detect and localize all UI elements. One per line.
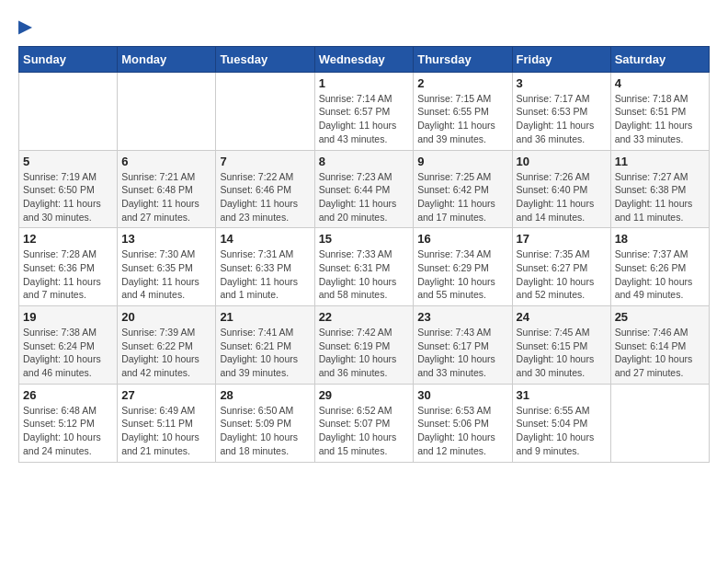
day-number: 26 <box>23 388 113 402</box>
weekday-header-saturday: Saturday <box>610 46 709 72</box>
day-number: 15 <box>319 232 410 246</box>
day-info: Sunrise: 6:53 AM Sunset: 5:06 PM Dayligh… <box>417 404 507 458</box>
day-info: Sunrise: 7:27 AM Sunset: 6:38 PM Dayligh… <box>615 170 705 224</box>
calendar-day-cell: 31Sunrise: 6:55 AM Sunset: 5:04 PM Dayli… <box>512 384 610 462</box>
weekday-header-wednesday: Wednesday <box>314 46 414 72</box>
day-info: Sunrise: 7:18 AM Sunset: 6:51 PM Dayligh… <box>615 92 705 146</box>
calendar-day-cell: 22Sunrise: 7:42 AM Sunset: 6:19 PM Dayli… <box>314 306 414 385</box>
day-info: Sunrise: 7:22 AM Sunset: 6:46 PM Dayligh… <box>220 170 310 224</box>
calendar-week-row: 12Sunrise: 7:28 AM Sunset: 6:36 PM Dayli… <box>19 228 710 306</box>
calendar-day-cell: 16Sunrise: 7:34 AM Sunset: 6:29 PM Dayli… <box>414 228 512 306</box>
weekday-header-friday: Friday <box>512 46 610 72</box>
calendar-day-cell: 17Sunrise: 7:35 AM Sunset: 6:27 PM Dayli… <box>512 228 610 306</box>
calendar-day-cell: 12Sunrise: 7:28 AM Sunset: 6:36 PM Dayli… <box>19 228 118 306</box>
calendar-day-cell: 15Sunrise: 7:33 AM Sunset: 6:31 PM Dayli… <box>314 228 414 306</box>
day-info: Sunrise: 6:48 AM Sunset: 5:12 PM Dayligh… <box>23 404 113 458</box>
day-number: 19 <box>23 310 113 324</box>
day-number: 31 <box>517 388 607 402</box>
day-number: 30 <box>417 388 507 402</box>
calendar-day-cell <box>19 72 118 150</box>
day-number: 5 <box>23 155 113 168</box>
day-number: 10 <box>517 155 607 168</box>
calendar-day-cell: 10Sunrise: 7:26 AM Sunset: 6:40 PM Dayli… <box>512 150 610 228</box>
day-number: 22 <box>319 310 410 324</box>
calendar-day-cell: 2Sunrise: 7:15 AM Sunset: 6:55 PM Daylig… <box>414 72 512 150</box>
day-info: Sunrise: 6:52 AM Sunset: 5:07 PM Dayligh… <box>319 404 410 458</box>
day-info: Sunrise: 7:15 AM Sunset: 6:55 PM Dayligh… <box>417 92 507 146</box>
calendar-day-cell: 7Sunrise: 7:22 AM Sunset: 6:46 PM Daylig… <box>216 150 314 228</box>
weekday-header-tuesday: Tuesday <box>216 46 314 72</box>
day-number: 23 <box>417 310 507 324</box>
day-info: Sunrise: 7:42 AM Sunset: 6:19 PM Dayligh… <box>319 326 410 380</box>
day-info: Sunrise: 7:21 AM Sunset: 6:48 PM Dayligh… <box>121 170 211 224</box>
day-info: Sunrise: 7:14 AM Sunset: 6:57 PM Dayligh… <box>319 92 410 146</box>
calendar-day-cell: 8Sunrise: 7:23 AM Sunset: 6:44 PM Daylig… <box>314 150 414 228</box>
day-info: Sunrise: 7:45 AM Sunset: 6:15 PM Dayligh… <box>517 326 607 380</box>
day-number: 2 <box>417 76 507 90</box>
calendar-day-cell: 30Sunrise: 6:53 AM Sunset: 5:06 PM Dayli… <box>414 384 512 462</box>
calendar-week-row: 5Sunrise: 7:19 AM Sunset: 6:50 PM Daylig… <box>19 150 710 228</box>
day-info: Sunrise: 6:50 AM Sunset: 5:09 PM Dayligh… <box>220 404 310 458</box>
calendar-day-cell: 13Sunrise: 7:30 AM Sunset: 6:35 PM Dayli… <box>118 228 216 306</box>
day-number: 14 <box>220 232 310 246</box>
calendar-day-cell: 29Sunrise: 6:52 AM Sunset: 5:07 PM Dayli… <box>314 384 414 462</box>
calendar-table: SundayMondayTuesdayWednesdayThursdayFrid… <box>18 46 710 463</box>
day-number: 24 <box>517 310 607 324</box>
calendar-day-cell: 9Sunrise: 7:25 AM Sunset: 6:42 PM Daylig… <box>414 150 512 228</box>
calendar-day-cell: 23Sunrise: 7:43 AM Sunset: 6:17 PM Dayli… <box>414 306 512 385</box>
calendar-day-cell: 6Sunrise: 7:21 AM Sunset: 6:48 PM Daylig… <box>118 150 216 228</box>
calendar-day-cell: 28Sunrise: 6:50 AM Sunset: 5:09 PM Dayli… <box>216 384 314 462</box>
day-number: 29 <box>319 388 410 402</box>
day-number: 4 <box>615 76 705 90</box>
day-number: 8 <box>319 155 410 168</box>
calendar-day-cell: 24Sunrise: 7:45 AM Sunset: 6:15 PM Dayli… <box>512 306 610 385</box>
day-info: Sunrise: 6:55 AM Sunset: 5:04 PM Dayligh… <box>517 404 607 458</box>
logo: ▶ <box>18 18 31 37</box>
day-info: Sunrise: 7:28 AM Sunset: 6:36 PM Dayligh… <box>23 247 113 302</box>
calendar-day-cell: 4Sunrise: 7:18 AM Sunset: 6:51 PM Daylig… <box>610 72 709 150</box>
calendar-day-cell <box>118 72 216 150</box>
calendar-day-cell: 18Sunrise: 7:37 AM Sunset: 6:26 PM Dayli… <box>610 228 709 306</box>
day-info: Sunrise: 7:31 AM Sunset: 6:33 PM Dayligh… <box>220 247 310 302</box>
day-info: Sunrise: 7:23 AM Sunset: 6:44 PM Dayligh… <box>319 170 410 224</box>
weekday-header-monday: Monday <box>118 46 216 72</box>
day-number: 9 <box>417 155 507 168</box>
logo-blue-part: ▶ <box>18 17 31 36</box>
day-number: 7 <box>220 155 310 168</box>
day-info: Sunrise: 7:35 AM Sunset: 6:27 PM Dayligh… <box>517 247 607 302</box>
calendar-day-cell: 14Sunrise: 7:31 AM Sunset: 6:33 PM Dayli… <box>216 228 314 306</box>
day-info: Sunrise: 7:38 AM Sunset: 6:24 PM Dayligh… <box>23 326 113 380</box>
calendar-day-cell: 27Sunrise: 6:49 AM Sunset: 5:11 PM Dayli… <box>118 384 216 462</box>
day-info: Sunrise: 7:37 AM Sunset: 6:26 PM Dayligh… <box>615 247 705 302</box>
day-info: Sunrise: 7:34 AM Sunset: 6:29 PM Dayligh… <box>417 247 507 302</box>
day-number: 21 <box>220 310 310 324</box>
calendar-day-cell <box>610 384 709 462</box>
calendar-day-cell: 21Sunrise: 7:41 AM Sunset: 6:21 PM Dayli… <box>216 306 314 385</box>
day-number: 28 <box>220 388 310 402</box>
day-info: Sunrise: 6:49 AM Sunset: 5:11 PM Dayligh… <box>121 404 211 458</box>
day-number: 18 <box>615 232 705 246</box>
day-info: Sunrise: 7:33 AM Sunset: 6:31 PM Dayligh… <box>319 247 410 302</box>
day-info: Sunrise: 7:26 AM Sunset: 6:40 PM Dayligh… <box>517 170 607 224</box>
day-info: Sunrise: 7:19 AM Sunset: 6:50 PM Dayligh… <box>23 170 113 224</box>
calendar-day-cell <box>216 72 314 150</box>
day-number: 27 <box>121 388 211 402</box>
calendar-week-row: 26Sunrise: 6:48 AM Sunset: 5:12 PM Dayli… <box>19 384 710 462</box>
day-info: Sunrise: 7:41 AM Sunset: 6:21 PM Dayligh… <box>220 326 310 380</box>
day-number: 1 <box>319 76 410 90</box>
day-info: Sunrise: 7:17 AM Sunset: 6:53 PM Dayligh… <box>517 92 607 146</box>
day-info: Sunrise: 7:43 AM Sunset: 6:17 PM Dayligh… <box>417 326 507 380</box>
day-number: 25 <box>615 310 705 324</box>
day-number: 11 <box>615 155 705 168</box>
calendar-day-cell: 25Sunrise: 7:46 AM Sunset: 6:14 PM Dayli… <box>610 306 709 385</box>
day-number: 20 <box>121 310 211 324</box>
weekday-header-thursday: Thursday <box>414 46 512 72</box>
calendar-day-cell: 3Sunrise: 7:17 AM Sunset: 6:53 PM Daylig… <box>512 72 610 150</box>
day-number: 6 <box>121 155 211 168</box>
calendar-day-cell: 26Sunrise: 6:48 AM Sunset: 5:12 PM Dayli… <box>19 384 118 462</box>
day-info: Sunrise: 7:25 AM Sunset: 6:42 PM Dayligh… <box>417 170 507 224</box>
calendar-week-row: 1Sunrise: 7:14 AM Sunset: 6:57 PM Daylig… <box>19 72 710 150</box>
calendar-day-cell: 1Sunrise: 7:14 AM Sunset: 6:57 PM Daylig… <box>314 72 414 150</box>
calendar-week-row: 19Sunrise: 7:38 AM Sunset: 6:24 PM Dayli… <box>19 306 710 385</box>
day-info: Sunrise: 7:39 AM Sunset: 6:22 PM Dayligh… <box>121 326 211 380</box>
